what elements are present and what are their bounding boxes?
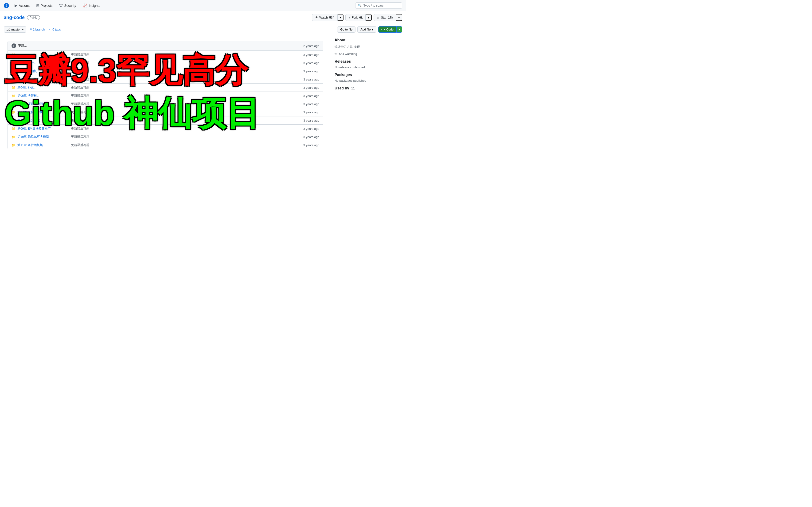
table-row[interactable]: 📁 第10章 隐马尔可夫模型 更新课后习题 3 years ago [8, 133, 323, 141]
watch-label: Watch [319, 16, 328, 19]
search-bar[interactable]: 🔍 Type / to search [355, 2, 402, 9]
file-commit-msg: 更新课后习题 [71, 126, 301, 131]
repo-name[interactable]: ang-code [4, 15, 25, 20]
watch-button[interactable]: 👁 Watch 534 [312, 14, 338, 21]
file-name[interactable]: 第06章 逻辑斯谛回归 [17, 102, 69, 106]
file-time: 3 years ago [303, 69, 319, 73]
file-commit-msg: 更新课后习题 [71, 69, 301, 73]
add-file-label: Add file [360, 28, 370, 31]
nav-item-projects[interactable]: ⊞ Projects [33, 2, 55, 9]
nav-number: 9 [4, 3, 9, 8]
table-row[interactable]: 📁 第03章 k近邻法... 更新课后习题 3 years ago [8, 75, 323, 83]
about-description: 统计学习方法 实现 [335, 45, 402, 49]
fork-button[interactable]: ⑂ Fork 6k [345, 14, 366, 21]
folder-icon: 📁 [11, 102, 15, 106]
branch-icon: ⎇ [6, 28, 10, 31]
file-name[interactable]: 第08章 提升方法 [17, 118, 69, 122]
folder-icon: 📁 [11, 61, 15, 65]
nav-label-security: Security [64, 4, 77, 7]
nav-label-insights: Insights [89, 4, 100, 7]
table-row[interactable]: 📁 第06章 逻辑斯谛回归 更新课后习题 3 years ago [8, 100, 323, 108]
code-icon: <> [381, 28, 385, 31]
star-dropdown[interactable]: ▾ [396, 14, 402, 21]
folder-icon: 📁 [11, 77, 15, 81]
commit-time: 2 years ago [303, 44, 319, 48]
branch-name: master [11, 28, 21, 31]
releases-title: Releases [335, 59, 402, 64]
search-icon: 🔍 [358, 4, 362, 7]
table-row[interactable]: 📁 第04章 朴素... 更新课后习题 3 years ago [8, 83, 323, 92]
file-table-container: e 更新... 2 years ago 📁 images 更新课后习题 3 ye… [4, 38, 327, 152]
branch-bar: ⎇ master ▾ ⑂ 1 branch 🏷 0 tags Go to fil… [0, 24, 406, 35]
table-row[interactable]: 📁 第02章 感知机 更新课后习题 3 years ago [8, 67, 323, 75]
branch-selector[interactable]: ⎇ master ▾ [4, 26, 26, 33]
packages-title: Packages [335, 73, 402, 77]
nav-item-actions[interactable]: ▶ Actions [12, 2, 33, 9]
file-commit-msg: 更新课后习题 [71, 94, 301, 98]
branch-count[interactable]: ⑂ 1 branch [30, 28, 45, 31]
nav-item-security[interactable]: 🛡 Security [56, 2, 79, 9]
file-time: 3 years ago [303, 135, 319, 139]
code-button[interactable]: <> Code [378, 26, 397, 33]
folder-icon: 📁 [11, 86, 15, 90]
file-commit-msg: 更新课后习题 [71, 77, 301, 81]
file-time: 3 years ago [303, 86, 319, 90]
tag-icon: 🏷 [48, 28, 51, 31]
goto-file-button[interactable]: Go to file [337, 26, 355, 33]
table-row[interactable]: 📁 images 更新课后习题 3 years ago [8, 51, 323, 59]
folder-icon: 📁 [11, 110, 15, 114]
file-commit-msg: 更新课后习题 [71, 118, 301, 122]
search-placeholder: Type / to search [363, 4, 385, 7]
table-row[interactable]: 📁 第11章 条件随机场 更新课后习题 3 years ago [8, 141, 323, 149]
chevron-down-icon-add: ▾ [372, 28, 373, 31]
fork-icon: ⑂ [348, 16, 350, 19]
folder-icon: 📁 [11, 135, 15, 139]
file-name[interactable]: 第03章 k近邻法... [17, 77, 69, 81]
file-commit-msg: 更新课后习题 [71, 86, 301, 90]
star-button[interactable]: ☆ Star 17k [373, 14, 396, 21]
releases-empty: No releases published [335, 65, 402, 69]
nav-label-projects: Projects [41, 4, 53, 7]
file-time: 3 years ago [303, 78, 319, 81]
table-row[interactable]: 📁 第09章 EM算法及其推广 更新课后习题 3 years ago [8, 125, 323, 133]
fork-dropdown[interactable]: ▾ [366, 14, 372, 21]
file-time: 3 years ago [303, 144, 319, 147]
code-dropdown[interactable]: ▾ [397, 26, 402, 33]
file-time: 3 years ago [303, 119, 319, 122]
about-title: About [335, 38, 402, 42]
add-file-button[interactable]: Add file ▾ [357, 26, 376, 33]
folder-icon: 📁 [11, 69, 15, 73]
branch-icon-small: ⑂ [30, 28, 32, 31]
packages-empty: No packages published [335, 79, 402, 82]
insights-icon: 📈 [83, 3, 87, 8]
table-row[interactable]: 📁 第01章 统计... 更新课后习题 3 years ago [8, 59, 323, 67]
fork-count: 6k [359, 16, 362, 19]
file-name[interactable]: 第09章 EM算法及其推广 [17, 126, 69, 131]
eye-icon-sidebar: 👁 [335, 52, 338, 56]
file-name[interactable]: 第07章 支持向量机 [17, 110, 69, 114]
public-badge: Public [27, 15, 40, 20]
file-name[interactable]: images [17, 53, 69, 57]
code-group: <> Code ▾ [378, 26, 402, 33]
commit-message: 更新... [18, 44, 27, 48]
file-time: 3 years ago [303, 102, 319, 106]
folder-icon: 📁 [11, 143, 15, 147]
nav-item-insights[interactable]: 📈 Insights [80, 2, 103, 9]
file-name[interactable]: 第10章 隐马尔可夫模型 [17, 135, 69, 139]
watch-group: 👁 Watch 534 ▾ [312, 14, 344, 21]
table-row[interactable]: 📁 第05章 决策树... 更新课后习题 3 years ago [8, 92, 323, 100]
table-row[interactable]: 📁 第08章 提升方法 更新课后习题 3 years ago [8, 116, 323, 125]
security-icon: 🛡 [59, 3, 63, 8]
file-time: 3 years ago [303, 111, 319, 114]
file-name[interactable]: 第02章 感知机 [17, 69, 69, 73]
file-commit-msg: 更新课后习题 [71, 53, 301, 57]
file-name[interactable]: 第04章 朴素... [17, 86, 69, 90]
file-name[interactable]: 第11章 条件随机场 [17, 143, 69, 147]
watch-dropdown[interactable]: ▾ [338, 14, 344, 21]
file-commit-msg: 更新课后习题 [71, 61, 301, 65]
folder-icon: 📁 [11, 119, 15, 122]
file-name[interactable]: 第05章 决策树... [17, 94, 69, 98]
tag-count[interactable]: 🏷 0 tags [48, 28, 61, 31]
file-name[interactable]: 第01章 统计... [17, 61, 69, 65]
table-row[interactable]: 📁 第07章 支持向量机 更新课后习题 3 years ago [8, 108, 323, 116]
